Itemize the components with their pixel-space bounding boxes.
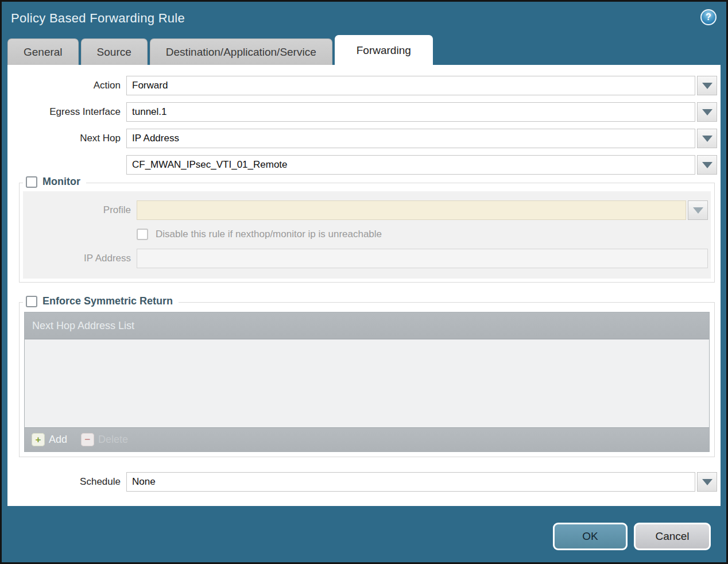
- chevron-down-icon: [702, 162, 712, 168]
- next-hop-address-list-toolbar: + Add − Delete: [25, 427, 709, 451]
- help-icon[interactable]: ?: [700, 9, 717, 25]
- chevron-down-icon: [693, 207, 703, 214]
- profile-dropdown-button[interactable]: [688, 200, 708, 220]
- tab-destination-application-service[interactable]: Destination/Application/Service: [150, 38, 332, 65]
- enforce-symmetric-return-fieldset: Enforce Symmetric Return Next Hop Addres…: [19, 302, 715, 457]
- profile-input[interactable]: [137, 200, 686, 220]
- enforce-symmetric-return-legend: Enforce Symmetric Return: [23, 295, 179, 307]
- next-hop-address-list-header: Next Hop Address List: [25, 312, 709, 339]
- dialog-title: Policy Based Forwarding Rule: [11, 11, 185, 26]
- delete-button-label: Delete: [98, 434, 128, 446]
- monitor-checkbox[interactable]: [26, 176, 37, 188]
- next-hop-address-list-body: [25, 339, 709, 427]
- ok-button[interactable]: OK: [553, 523, 628, 550]
- monitor-legend-label: Monitor: [42, 176, 80, 188]
- egress-interface-dropdown-button[interactable]: [697, 102, 717, 122]
- schedule-dropdown-button[interactable]: [697, 472, 717, 492]
- monitor-ip-label: IP Address: [23, 253, 131, 264]
- dialog-titlebar: Policy Based Forwarding Rule: [2, 2, 726, 34]
- next-hop-address-input[interactable]: [126, 155, 695, 175]
- dialog: Policy Based Forwarding Rule ? General S…: [0, 0, 728, 564]
- next-hop-address-dropdown-button[interactable]: [697, 155, 717, 175]
- add-button-label: Add: [49, 434, 67, 446]
- tab-source[interactable]: Source: [81, 38, 148, 65]
- next-hop-label: Next Hop: [7, 133, 121, 144]
- enforce-symmetric-return-checkbox[interactable]: [26, 296, 37, 307]
- chevron-down-icon: [702, 109, 712, 115]
- action-label: Action: [7, 80, 121, 91]
- monitor-legend: Monitor: [23, 176, 86, 188]
- egress-interface-row: Egress Interface: [7, 102, 721, 122]
- next-hop-row: Next Hop: [7, 129, 721, 148]
- next-hop-dropdown-button[interactable]: [697, 129, 717, 148]
- monitor-ip-input[interactable]: [137, 249, 708, 268]
- egress-interface-input[interactable]: [126, 102, 695, 122]
- cancel-button[interactable]: Cancel: [634, 523, 711, 550]
- action-row: Action: [7, 76, 721, 95]
- monitor-fieldset: Monitor Profile Disable this rule if nex…: [19, 183, 715, 283]
- disable-rule-checkbox[interactable]: [137, 229, 148, 240]
- tab-bar: General Source Destination/Application/S…: [2, 34, 726, 65]
- monitor-ip-row: IP Address: [23, 249, 711, 268]
- tab-general[interactable]: General: [7, 38, 79, 65]
- next-hop-type-input[interactable]: [126, 129, 695, 148]
- monitor-body: Profile Disable this rule if nexthop/mon…: [23, 191, 711, 279]
- delete-icon: −: [81, 433, 94, 446]
- schedule-input[interactable]: [126, 472, 695, 492]
- tab-forwarding[interactable]: Forwarding: [335, 35, 433, 65]
- chevron-down-icon: [702, 83, 712, 89]
- chevron-down-icon: [702, 136, 712, 142]
- chevron-down-icon: [702, 479, 712, 485]
- disable-rule-label: Disable this rule if nexthop/monitor ip …: [156, 229, 382, 240]
- schedule-row: Schedule: [7, 472, 721, 492]
- add-button[interactable]: + Add: [32, 433, 67, 446]
- enforce-symmetric-return-label: Enforce Symmetric Return: [42, 295, 173, 307]
- schedule-label: Schedule: [7, 476, 121, 488]
- profile-row: Profile: [23, 200, 711, 220]
- add-icon: +: [32, 433, 45, 446]
- delete-button[interactable]: − Delete: [81, 433, 128, 446]
- egress-interface-label: Egress Interface: [7, 106, 121, 118]
- next-hop-address-row: [7, 155, 721, 175]
- tab-panel-forwarding: Action Egress Interface Next Hop: [7, 65, 721, 506]
- action-input[interactable]: [126, 76, 695, 95]
- action-dropdown-button[interactable]: [697, 76, 717, 95]
- disable-rule-row: Disable this rule if nexthop/monitor ip …: [137, 228, 711, 241]
- profile-label: Profile: [23, 204, 131, 216]
- next-hop-address-list-table: Next Hop Address List + Add − Delete: [24, 312, 710, 452]
